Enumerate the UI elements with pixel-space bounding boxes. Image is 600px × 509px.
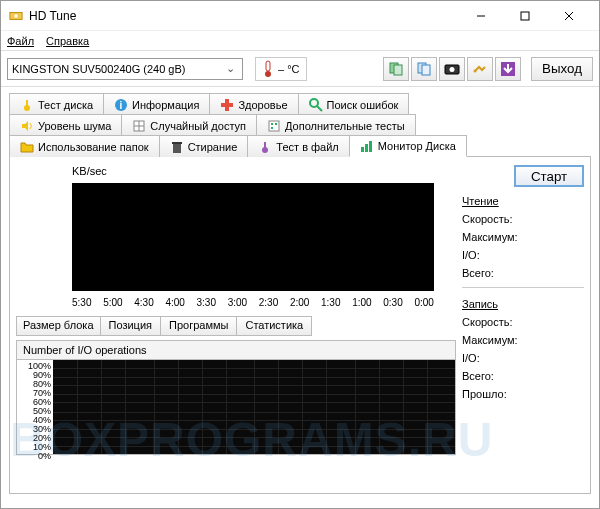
svg-point-14 <box>474 69 477 72</box>
tab-file-benchmark[interactable]: Тест в файл <box>247 135 349 157</box>
block-size-label: Размер блока <box>16 316 101 336</box>
window-title: HD Tune <box>29 9 459 23</box>
app-icon <box>9 9 23 23</box>
tab-disk-monitor[interactable]: Монитор Диска <box>349 135 467 157</box>
svg-rect-17 <box>26 100 28 106</box>
stats-sidebar: Старт Чтение Скорость: Максимум: I/O: Вс… <box>462 163 584 487</box>
chart1-xaxis: 5:30 5:00 4:30 4:00 3:30 3:00 2:30 2:00 … <box>72 295 434 312</box>
tab-health[interactable]: Здоровье <box>209 93 298 115</box>
thermometer-icon <box>262 60 274 78</box>
maximize-button[interactable] <box>503 2 547 30</box>
tab-info[interactable]: iИнформация <box>103 93 210 115</box>
save-button[interactable] <box>495 57 521 81</box>
monitor-panel: KB/sec 5:30 5:00 4:30 4:00 3:30 3:00 2:3… <box>9 156 591 494</box>
svg-rect-34 <box>264 142 266 148</box>
svg-rect-29 <box>275 123 277 125</box>
screenshot-button[interactable] <box>439 57 465 81</box>
iops-title: Number of I/O operations <box>17 341 455 360</box>
svg-point-1 <box>14 14 18 18</box>
iops-panel: Number of I/O operations 100% 90% 80% 70… <box>16 340 456 455</box>
svg-rect-36 <box>365 144 368 152</box>
svg-point-7 <box>265 71 271 77</box>
write-io-label: I/O: <box>462 352 584 364</box>
tab-erase[interactable]: Стирание <box>159 135 249 157</box>
read-section-label: Чтение <box>462 195 584 207</box>
write-speed-label: Скорость: <box>462 316 584 328</box>
read-speed-label: Скорость: <box>462 213 584 225</box>
temperature-box: – °C <box>255 57 307 81</box>
chevron-down-icon: ⌄ <box>222 62 238 75</box>
svg-rect-27 <box>269 121 279 131</box>
svg-rect-6 <box>266 61 270 71</box>
read-io-label: I/O: <box>462 249 584 261</box>
tab-folder-usage[interactable]: Использование папок <box>9 135 160 157</box>
iops-chart <box>53 360 455 454</box>
toolbar: KINGSTON SUV500240G (240 gB) ⌄ – °C Выхо… <box>1 51 599 87</box>
subtab-programs[interactable]: Программы <box>160 316 237 336</box>
svg-rect-32 <box>172 142 182 144</box>
tab-benchmark[interactable]: Тест диска <box>9 93 104 115</box>
temperature-value: – °C <box>278 63 300 75</box>
svg-point-22 <box>310 99 318 107</box>
options-button[interactable] <box>467 57 493 81</box>
subtab-statistics[interactable]: Статистика <box>236 316 312 336</box>
read-max-label: Максимум: <box>462 231 584 243</box>
tab-random-access[interactable]: Случайный доступ <box>121 114 257 136</box>
svg-rect-35 <box>361 147 364 152</box>
tab-extra-tests[interactable]: Дополнительные тесты <box>256 114 416 136</box>
svg-rect-21 <box>221 103 233 107</box>
exit-button[interactable]: Выход <box>531 57 593 81</box>
drive-select[interactable]: KINGSTON SUV500240G (240 gB) ⌄ <box>7 58 243 80</box>
titlebar: HD Tune <box>1 1 599 31</box>
svg-rect-31 <box>173 144 181 153</box>
subtab-position[interactable]: Позиция <box>100 316 162 336</box>
svg-rect-37 <box>369 141 372 152</box>
svg-rect-9 <box>394 65 402 75</box>
svg-rect-30 <box>271 127 273 129</box>
drive-select-text: KINGSTON SUV500240G (240 gB) <box>12 63 222 75</box>
write-max-label: Максимум: <box>462 334 584 346</box>
transfer-chart <box>72 183 434 291</box>
copy-text-button[interactable] <box>411 57 437 81</box>
copy-info-button[interactable] <box>383 57 409 81</box>
svg-rect-3 <box>521 12 529 20</box>
elapsed-label: Прошло: <box>462 388 584 400</box>
read-total-label: Всего: <box>462 267 584 279</box>
chart2-yaxis: 100% 90% 80% 70% 60% 50% 40% 30% 20% 10%… <box>17 360 53 454</box>
tab-error-scan[interactable]: Поиск ошибок <box>298 93 410 115</box>
svg-rect-28 <box>271 123 273 125</box>
menubar: Файл Справка <box>1 31 599 51</box>
chart1-ylabel: KB/sec <box>16 163 456 179</box>
menu-help[interactable]: Справка <box>46 35 89 47</box>
menu-file[interactable]: Файл <box>7 35 34 47</box>
close-button[interactable] <box>547 2 591 30</box>
tab-strip: Тест диска iИнформация Здоровье Поиск ош… <box>9 93 591 156</box>
svg-text:i: i <box>120 100 123 111</box>
svg-rect-11 <box>422 65 430 75</box>
write-total-label: Всего: <box>462 370 584 382</box>
tab-aam[interactable]: Уровень шума <box>9 114 122 136</box>
minimize-button[interactable] <box>459 2 503 30</box>
svg-line-23 <box>317 106 322 111</box>
write-section-label: Запись <box>462 298 584 310</box>
start-button[interactable]: Старт <box>514 165 584 187</box>
svg-point-13 <box>450 67 455 72</box>
